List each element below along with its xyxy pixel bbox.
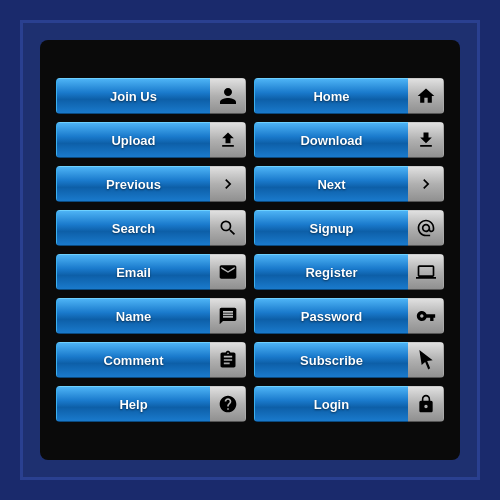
button-subscribe[interactable]: Subscribe: [254, 342, 444, 378]
button-login[interactable]: Login: [254, 386, 444, 422]
chevron-icon: [408, 166, 444, 202]
home-icon: [408, 78, 444, 114]
button-signup[interactable]: Signup: [254, 210, 444, 246]
button-label-upload: Upload: [56, 122, 210, 158]
at-icon: [408, 210, 444, 246]
button-email[interactable]: Email: [56, 254, 246, 290]
button-label-register: Register: [254, 254, 408, 290]
button-help[interactable]: Help: [56, 386, 246, 422]
button-label-subscribe: Subscribe: [254, 342, 408, 378]
button-label-join-us: Join Us: [56, 78, 210, 114]
button-label-search: Search: [56, 210, 210, 246]
button-label-home: Home: [254, 78, 408, 114]
button-previous[interactable]: Previous: [56, 166, 246, 202]
question-icon: [210, 386, 246, 422]
button-label-previous: Previous: [56, 166, 210, 202]
lock-icon: [408, 386, 444, 422]
search-icon: [210, 210, 246, 246]
button-search[interactable]: Search: [56, 210, 246, 246]
laptop-icon: [408, 254, 444, 290]
button-label-login: Login: [254, 386, 408, 422]
button-label-name: Name: [56, 298, 210, 334]
button-upload[interactable]: Upload: [56, 122, 246, 158]
upload-icon: [210, 122, 246, 158]
button-download[interactable]: Download: [254, 122, 444, 158]
button-label-help: Help: [56, 386, 210, 422]
button-label-email: Email: [56, 254, 210, 290]
chevron-icon: [210, 166, 246, 202]
notepad-icon: [210, 342, 246, 378]
button-label-signup: Signup: [254, 210, 408, 246]
person-icon: [210, 78, 246, 114]
button-register[interactable]: Register: [254, 254, 444, 290]
button-name[interactable]: Name: [56, 298, 246, 334]
button-label-password: Password: [254, 298, 408, 334]
button-label-comment: Comment: [56, 342, 210, 378]
button-next[interactable]: Next: [254, 166, 444, 202]
button-join-us[interactable]: Join Us: [56, 78, 246, 114]
button-label-download: Download: [254, 122, 408, 158]
button-password[interactable]: Password: [254, 298, 444, 334]
button-comment[interactable]: Comment: [56, 342, 246, 378]
inner-box: Join UsHomeUploadDownloadPreviousNextSea…: [40, 40, 460, 460]
envelope-icon: [210, 254, 246, 290]
download-icon: [408, 122, 444, 158]
button-label-next: Next: [254, 166, 408, 202]
button-grid: Join UsHomeUploadDownloadPreviousNextSea…: [56, 78, 444, 422]
chat-icon: [210, 298, 246, 334]
cursor-icon: [408, 342, 444, 378]
outer-border: Join UsHomeUploadDownloadPreviousNextSea…: [20, 20, 480, 480]
button-home[interactable]: Home: [254, 78, 444, 114]
key-icon: [408, 298, 444, 334]
